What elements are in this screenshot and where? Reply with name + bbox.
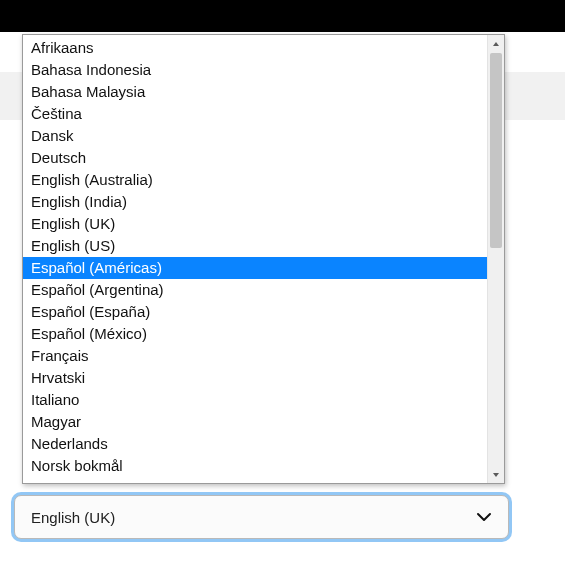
language-option[interactable]: Español (Argentina) bbox=[23, 279, 487, 301]
language-option[interactable]: Afrikaans bbox=[23, 37, 487, 59]
language-options-list: AfrikaansBahasa IndonesiaBahasa Malaysia… bbox=[23, 35, 487, 483]
language-option[interactable]: Norsk bokmål bbox=[23, 455, 487, 477]
language-dropdown: AfrikaansBahasa IndonesiaBahasa Malaysia… bbox=[22, 34, 505, 484]
page-body: English (UK) AfrikaansBahasa IndonesiaBa… bbox=[0, 32, 565, 569]
scroll-down-button[interactable] bbox=[488, 466, 504, 483]
language-option[interactable]: Hrvatski bbox=[23, 367, 487, 389]
window-top-bar bbox=[0, 0, 565, 32]
language-option[interactable]: Español (México) bbox=[23, 323, 487, 345]
language-option[interactable]: English (Australia) bbox=[23, 169, 487, 191]
language-option[interactable]: Español (España) bbox=[23, 301, 487, 323]
language-select[interactable]: English (UK) bbox=[14, 495, 509, 539]
language-option[interactable]: Bahasa Indonesia bbox=[23, 59, 487, 81]
scroll-thumb[interactable] bbox=[490, 53, 502, 248]
language-option[interactable]: Français bbox=[23, 345, 487, 367]
language-option[interactable]: English (India) bbox=[23, 191, 487, 213]
language-option[interactable]: English (US) bbox=[23, 235, 487, 257]
language-option[interactable]: Bahasa Malaysia bbox=[23, 81, 487, 103]
language-select-value: English (UK) bbox=[31, 509, 115, 526]
language-option[interactable]: Dansk bbox=[23, 125, 487, 147]
chevron-down-icon bbox=[476, 509, 492, 525]
language-option[interactable]: Nederlands bbox=[23, 433, 487, 455]
language-option[interactable]: Italiano bbox=[23, 389, 487, 411]
language-option[interactable]: English (UK) bbox=[23, 213, 487, 235]
scrollbar[interactable] bbox=[487, 35, 504, 483]
language-option[interactable]: Deutsch bbox=[23, 147, 487, 169]
language-option[interactable]: Español (Américas) bbox=[23, 257, 487, 279]
scroll-up-button[interactable] bbox=[488, 35, 504, 52]
language-option[interactable]: Čeština bbox=[23, 103, 487, 125]
language-option[interactable]: Magyar bbox=[23, 411, 487, 433]
